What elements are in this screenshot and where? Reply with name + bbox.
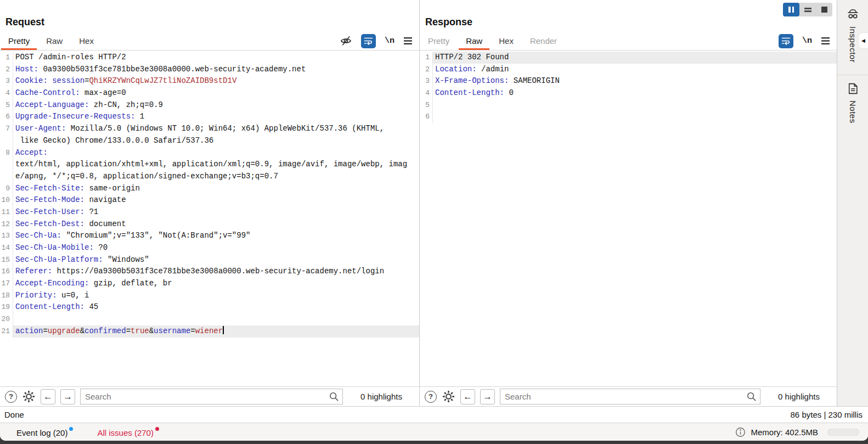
request-editor[interactable]: 1POST /admin-roles HTTP/22Host: 0a9300b5… [0,50,419,386]
code-line[interactable]: 19Content-Length: 45 [0,301,419,313]
line-number [0,171,13,183]
line-number: 11 [0,206,13,218]
tab-render[interactable]: Render [523,32,564,50]
search-prev-button[interactable]: ← [460,389,475,404]
done-status: Done [4,410,24,419]
code-line[interactable]: 9Sec-Fetch-Site: same-origin [0,183,419,195]
code-line[interactable]: e/apng, */*;q=0.8, application/signed-ex… [0,171,419,183]
hide-matches-icon[interactable] [340,35,352,47]
line-number: 3 [0,75,13,87]
newline-icon[interactable]: \n [385,36,394,46]
code-line[interactable]: 6 [420,111,837,123]
code-line[interactable]: 13Sec-Ch-Ua: "Chromium";v="133", "Not(A:… [0,230,419,242]
request-highlights-count: 0 highlights [348,392,415,401]
code-line[interactable]: 11Sec-Fetch-User: ?1 [0,206,419,218]
tab-pretty[interactable]: Pretty [1,32,37,50]
code-line[interactable]: 2Location: /admin [420,64,837,76]
line-number: 12 [0,218,13,231]
wrap-text-icon[interactable] [779,34,793,48]
line-number: 14 [0,242,13,254]
code-line[interactable]: 17Accept-Encoding: gzip, deflate, br [0,278,419,290]
response-icon-bar: \n [779,32,837,50]
code-line[interactable]: 4Cache-Control: max-age=0 [0,87,419,99]
help-icon[interactable]: ? [5,391,17,403]
request-tabs: PrettyRawHex [0,32,101,50]
code-line[interactable]: 21action=upgrade&confirmed=true&username… [0,325,419,338]
code-line[interactable]: 6Upgrade-Insecure-Requests: 1 [0,111,419,123]
code-line[interactable]: 20 [0,313,419,325]
capture-controls [783,3,832,16]
message-status-bar: Done 86 bytes | 230 millis [0,406,868,423]
code-line[interactable]: 3X-Frame-Options: SAMEORIGIN [420,75,837,87]
code-line[interactable]: 1HTTP/2 302 Found [420,52,837,64]
size-time: 86 bytes | 230 millis [791,410,863,419]
line-number: 5 [420,99,433,111]
memory-usage: Memory: 402.5MB [751,428,818,437]
response-highlights-count: 0 highlights [765,392,832,401]
pause-button[interactable] [783,3,799,16]
line-number: 2 [0,64,13,76]
tab-inspector[interactable]: Inspector [848,26,858,63]
tab-notes[interactable]: Notes [848,100,858,123]
info-icon[interactable] [735,427,746,437]
response-tabs-row: PrettyRawHexRender \n [420,32,837,50]
newline-icon[interactable]: \n [802,36,812,46]
search-input[interactable] [80,389,343,404]
menu-icon[interactable] [821,37,830,45]
response-search-field [500,389,760,404]
tab-pretty[interactable]: Pretty [421,32,456,50]
code-line[interactable]: 5Accept-Language: zh-CN, zh;q=0.9 [0,99,419,111]
tab-hex[interactable]: Hex [72,32,101,50]
note-icon [846,82,860,95]
code-line[interactable]: text/html, application/xhtml+xml, applic… [0,159,419,171]
code-line[interactable]: 16Referer: https://0a9300b5031f3ce781bbe… [0,266,419,278]
gear-icon[interactable] [22,390,36,403]
tab-raw[interactable]: Raw [39,32,70,50]
code-line[interactable]: 10Sec-Fetch-Mode: navigate [0,194,419,206]
code-line[interactable]: 3Cookie: session=QhiKRZYWnCqLwJZ7tliNoZA… [0,75,419,87]
response-editor[interactable]: 1HTTP/2 302 Found2Location: /admin3X-Fra… [420,50,837,386]
gear-icon[interactable] [442,390,455,403]
app-status-bar: Event log (20) All issues (270) Memory: … [0,423,868,441]
spy-icon [846,7,860,21]
search-prev-button[interactable]: ← [41,389,55,404]
stop-button[interactable] [816,3,832,16]
code-line[interactable]: like Gecko) Chrome/133.0.0.0 Safari/537.… [0,135,419,147]
code-line[interactable]: 8Accept: [0,147,419,159]
menu-icon[interactable] [403,37,413,45]
line-number: 18 [0,290,13,302]
code-line[interactable]: 4Content-Length: 0 [420,87,837,99]
line-number: 15 [0,254,13,266]
wrap-text-icon[interactable] [361,34,376,48]
all-issues-dot [155,427,159,431]
line-number [0,135,13,147]
line-number: 1 [420,52,433,64]
code-line[interactable]: 14Sec-Ch-Ua-Mobile: ?0 [0,242,419,254]
all-issues-link[interactable]: All issues (270) [97,427,159,437]
line-number: 21 [0,325,13,338]
code-line[interactable]: 7User-Agent: Mozilla/5.0 (Windows NT 10.… [0,123,419,135]
help-icon[interactable]: ? [425,391,437,403]
line-number: 6 [0,111,13,123]
text-cursor [223,326,224,334]
code-line[interactable]: 12Sec-Fetch-Dest: document [0,218,419,231]
line-number: 4 [0,87,13,99]
search-next-button[interactable]: → [480,389,495,404]
sidebar-collapse-handle[interactable]: ◀ [859,33,868,48]
code-line[interactable]: 18Priority: u=0, i [0,290,419,302]
bars-button[interactable] [799,3,816,16]
code-line[interactable]: 5 [420,99,837,111]
tab-raw[interactable]: Raw [459,32,489,50]
line-number: 10 [0,194,13,206]
code-line[interactable]: 1POST /admin-roles HTTP/2 [0,52,419,64]
request-icon-bar: \n [340,32,419,50]
tab-hex[interactable]: Hex [492,32,521,50]
code-line[interactable]: 15Sec-Ch-Ua-Platform: "Windows" [0,254,419,266]
code-line[interactable]: 2Host: 0a9300b5031f3ce781bbe3e3008a0000.… [0,64,419,76]
line-number: 6 [420,111,433,123]
request-search-field [80,389,343,404]
search-input[interactable] [500,389,760,404]
line-number [0,159,13,171]
event-log-link[interactable]: Event log (20) [16,427,73,437]
search-next-button[interactable]: → [60,389,75,404]
